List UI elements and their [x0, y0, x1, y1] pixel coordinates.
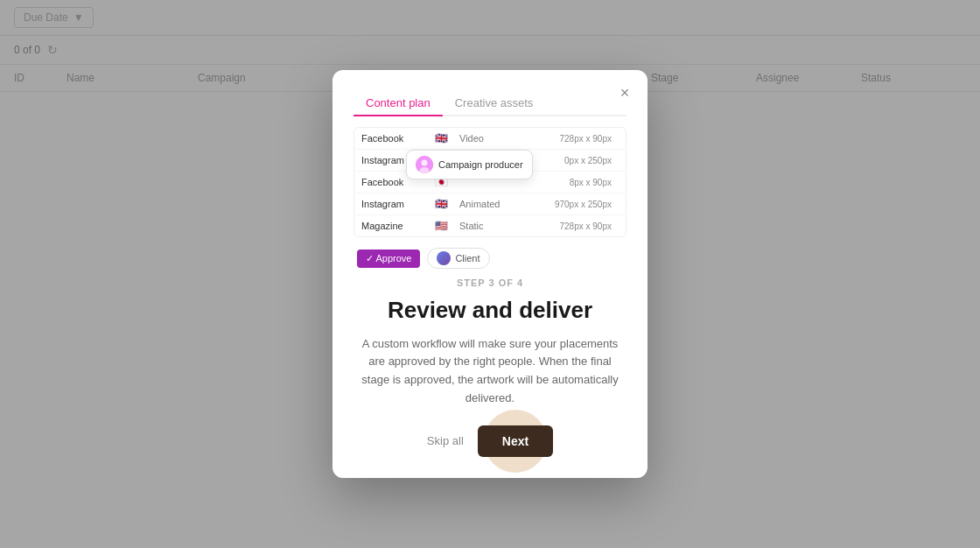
next-button[interactable]: Next	[478, 425, 553, 457]
table-row: Instagram 🇬🇧 Animated 970px x 250px	[354, 193, 626, 215]
table-row: Magazine 🇺🇸 Static 728px x 90px	[354, 215, 626, 236]
modal-title: Review and deliver	[354, 297, 626, 324]
skip-all-button[interactable]: Skip all	[427, 434, 464, 447]
next-button-wrapper: Next	[478, 425, 553, 457]
table-row: Facebook 🇬🇧 Video 728px x 90px	[354, 128, 626, 150]
close-icon: ×	[620, 84, 630, 102]
modal-footer: Skip all Next	[354, 425, 626, 457]
preview-area: Facebook 🇬🇧 Video 728px x 90px Instagram…	[354, 127, 626, 237]
tab-content-plan[interactable]: Content plan	[354, 91, 443, 116]
onboarding-modal: × Content plan Creative assets Facebook …	[332, 70, 648, 477]
client-badge: Client	[427, 248, 489, 269]
tab-creative-assets[interactable]: Creative assets	[443, 91, 546, 116]
modal-tabs: Content plan Creative assets	[354, 91, 626, 116]
action-row: ✓ Approve Client	[354, 248, 626, 269]
close-button[interactable]: ×	[614, 82, 635, 103]
modal-description: A custom workflow will make sure your pl…	[354, 335, 626, 408]
campaign-avatar	[416, 156, 433, 173]
client-avatar	[437, 251, 451, 265]
modal-overlay: × Content plan Creative assets Facebook …	[0, 0, 980, 548]
step-indicator: STEP 3 OF 4	[354, 278, 626, 288]
campaign-tooltip-text: Campaign producer	[438, 159, 523, 170]
svg-point-1	[422, 160, 428, 166]
campaign-tooltip: Campaign producer	[406, 150, 533, 179]
preview-table: Facebook 🇬🇧 Video 728px x 90px Instagram…	[354, 127, 626, 237]
approve-button[interactable]: ✓ Approve	[357, 249, 420, 268]
